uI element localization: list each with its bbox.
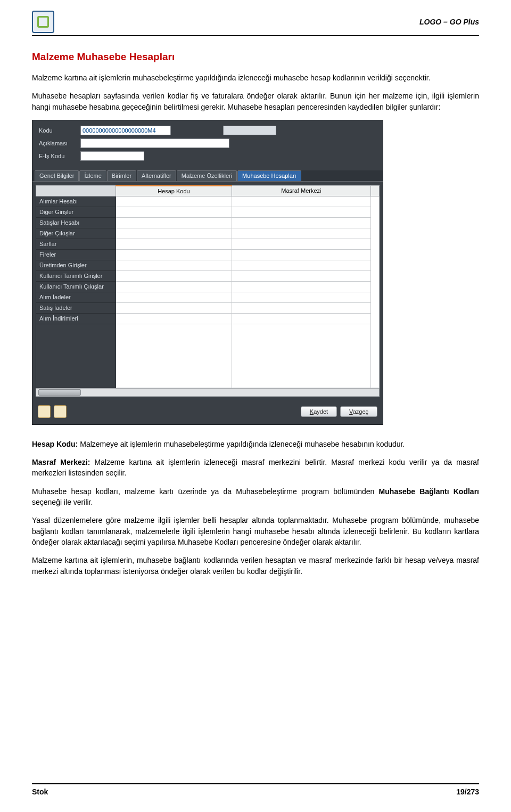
- grid-header-masraf-merkezi[interactable]: Masraf Merkezi: [232, 185, 370, 196]
- eis-label: E-İş Kodu: [39, 153, 76, 159]
- paragraph-degistir: Malzeme kartına ait işlemlerin, muhasebe…: [32, 555, 479, 577]
- paragraph-yasal: Yasal düzenlemelere göre malzeme ilgili …: [32, 515, 479, 547]
- cell-masraf[interactable]: [232, 217, 370, 228]
- page-footer: Stok 19/273: [32, 783, 479, 796]
- logo-inner-square: [37, 16, 49, 28]
- desc-input[interactable]: [80, 138, 229, 148]
- code-extra-box: [223, 126, 276, 135]
- row-label: Diğer Çıkışlar: [36, 228, 116, 239]
- row-filler: [36, 324, 116, 388]
- row-label: Satış İadeler: [36, 302, 116, 313]
- footer-section: Stok: [32, 788, 48, 796]
- grid-wrap: Hesap Kodu Masraf Merkezi Alımlar Hesabı…: [32, 182, 383, 400]
- cell-masraf[interactable]: [232, 281, 370, 292]
- cell-masraf[interactable]: [232, 302, 370, 313]
- tab-izleme[interactable]: İzleme: [79, 170, 106, 181]
- cell-masraf[interactable]: [232, 260, 370, 270]
- row-label: Alım İndirimleri: [36, 313, 116, 324]
- cell-masraf[interactable]: [232, 270, 370, 281]
- app-window: Kodu Açıklaması E-İş Kodu Genel Bilgiler…: [32, 120, 383, 425]
- cell-hesap[interactable]: [116, 313, 232, 324]
- page-icon[interactable]: [54, 405, 67, 418]
- grid-hscrollbar[interactable]: [36, 388, 380, 397]
- hscroll-thumb[interactable]: [38, 389, 81, 396]
- cell-masraf[interactable]: [232, 292, 370, 302]
- tab-genel-bilgiler[interactable]: Genel Bilgiler: [35, 170, 79, 181]
- cell-masraf[interactable]: [232, 207, 370, 217]
- tab-alternatifler[interactable]: Alternatifler: [137, 170, 176, 181]
- cell-hesap[interactable]: [116, 249, 232, 260]
- folder-icon[interactable]: [38, 405, 51, 418]
- product-name: LOGO – GO Plus: [419, 18, 479, 26]
- grid-header-blank: [36, 185, 116, 196]
- row-label: Alım İadeler: [36, 292, 116, 302]
- eis-input[interactable]: [80, 151, 144, 161]
- row-label: Üretimden Girişler: [36, 260, 116, 270]
- row-label: Sarflar: [36, 239, 116, 249]
- cell-hesap[interactable]: [116, 292, 232, 302]
- intro-paragraph-1: Malzeme kartına ait işlemlerin muhasebel…: [32, 72, 479, 83]
- cell-masraf[interactable]: [232, 313, 370, 324]
- cell-hesap[interactable]: [116, 302, 232, 313]
- window-bottom-bar: Kaydet Vazgeç: [32, 400, 383, 424]
- cell-masraf[interactable]: [232, 249, 370, 260]
- cell-masraf[interactable]: [232, 228, 370, 239]
- cell-hesap[interactable]: [116, 281, 232, 292]
- intro-paragraph-2: Muhasebe hesapları sayfasında verilen ko…: [32, 91, 479, 112]
- cell-hesap[interactable]: [116, 196, 232, 207]
- code-input[interactable]: [80, 126, 171, 135]
- cell-hesap[interactable]: [116, 207, 232, 217]
- tab-birimler[interactable]: Birimler: [107, 170, 136, 181]
- cell-hesap[interactable]: [116, 239, 232, 249]
- row-label: Satışlar Hesabı: [36, 217, 116, 228]
- tab-malzeme-ozellikleri[interactable]: Malzeme Özellikleri: [177, 170, 237, 181]
- def-hesap-kodu: Hesap Kodu: Malzemeye ait işlemlerin muh…: [32, 439, 479, 449]
- page-header: LOGO – GO Plus: [32, 11, 479, 36]
- accounts-grid: Hesap Kodu Masraf Merkezi Alımlar Hesabı…: [36, 185, 380, 388]
- cell-masraf[interactable]: [232, 239, 370, 249]
- paragraph-baglanti: Muhasebe hesap kodları, malzeme kartı üz…: [32, 486, 479, 508]
- def-masraf-merkezi: Masraf Merkezi: Malzeme kartına ait işle…: [32, 457, 479, 479]
- cell-hesap[interactable]: [116, 228, 232, 239]
- cell-hesap[interactable]: [116, 270, 232, 281]
- desc-label: Açıklaması: [39, 140, 76, 146]
- grid-header-hesap-kodu[interactable]: Hesap Kodu: [116, 185, 232, 196]
- save-button[interactable]: Kaydet: [301, 406, 337, 417]
- form-area: Kodu Açıklaması E-İş Kodu: [32, 120, 383, 167]
- page-title: Malzeme Muhasebe Hesapları: [32, 51, 479, 63]
- tab-muhasebe-hesaplari[interactable]: Muhasebe Hesapları: [237, 170, 301, 181]
- code-label: Kodu: [39, 127, 76, 134]
- cell-hesap[interactable]: [116, 217, 232, 228]
- toolbar-mini-icons: [38, 405, 67, 418]
- grid-vscrollbar[interactable]: [371, 196, 380, 388]
- app-logo: [32, 11, 54, 33]
- cell-masraf[interactable]: [232, 196, 370, 207]
- row-label: Alımlar Hesabı: [36, 196, 116, 207]
- row-label: Kullanıcı Tanımlı Çıkışlar: [36, 281, 116, 292]
- row-label: Fireler: [36, 249, 116, 260]
- row-label: Kullanıcı Tanımlı Girişler: [36, 270, 116, 281]
- row-label: Diğer Girişler: [36, 207, 116, 217]
- cell-hesap[interactable]: [116, 260, 232, 270]
- tabs-bar: Genel Bilgiler İzleme Birimler Alternati…: [32, 170, 383, 182]
- grid-vscroll-head: [371, 185, 380, 196]
- cancel-button[interactable]: Vazgeç: [340, 406, 377, 417]
- grid-body: Alımlar Hesabı Diğer Girişler Satışlar H…: [36, 196, 380, 388]
- footer-page: 19/273: [456, 788, 479, 796]
